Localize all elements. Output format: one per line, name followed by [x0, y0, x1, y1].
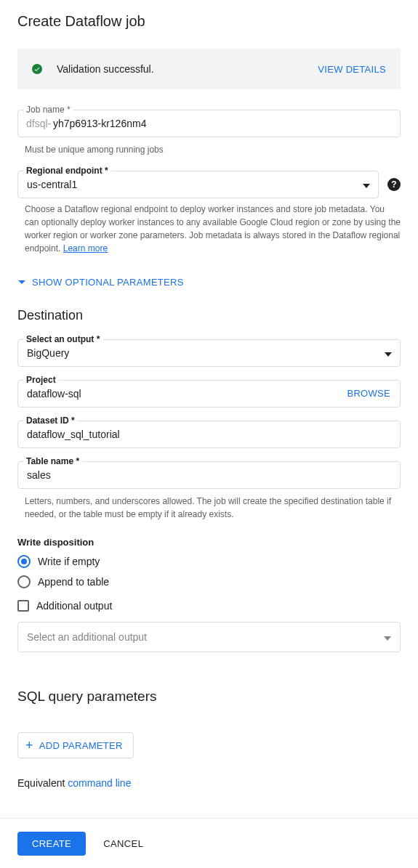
show-optional-toggle[interactable]: SHOW OPTIONAL PARAMETERS [17, 277, 401, 288]
radio-icon [17, 555, 31, 568]
endpoint-helper: Choose a Dataflow regional endpoint to d… [25, 203, 401, 255]
add-parameter-button[interactable]: + ADD PARAMETER [17, 732, 134, 758]
validation-banner: Validation successful. VIEW DETAILS [17, 49, 401, 89]
view-details-button[interactable]: VIEW DETAILS [318, 64, 386, 75]
jobname-helper: Must be unique among running jobs [25, 143, 401, 156]
cancel-button[interactable]: CANCEL [103, 838, 143, 849]
validation-message: Validation successful. [57, 63, 318, 75]
project-input[interactable] [17, 380, 401, 407]
project-field: Project BROWSE [17, 380, 401, 407]
check-icon [32, 64, 42, 74]
create-button[interactable]: CREATE [17, 832, 86, 856]
browse-button[interactable]: BROWSE [347, 388, 390, 399]
endpoint-label: Regional endpoint * [23, 166, 111, 176]
learn-more-link[interactable]: Learn more [63, 243, 108, 253]
dataset-field: Dataset ID * [17, 421, 401, 448]
radio-write-if-empty[interactable]: Write if empty [17, 555, 401, 568]
endpoint-field: Regional endpoint * us-central1 [17, 171, 379, 198]
write-disposition-label: Write disposition [17, 537, 401, 548]
radio-append[interactable]: Append to table [17, 575, 401, 588]
jobname-label: Job name * [23, 105, 73, 115]
checkbox-label: Additional output [36, 600, 112, 612]
additional-output-select[interactable]: Select an additional output [17, 622, 401, 652]
help-icon[interactable]: ? [387, 178, 401, 191]
chevron-down-icon [384, 631, 391, 643]
table-label: Table name * [23, 456, 82, 466]
radio-icon [17, 575, 31, 588]
plus-icon: + [25, 739, 33, 752]
radio-label: Append to table [38, 576, 109, 588]
additional-output-checkbox[interactable]: Additional output [17, 600, 401, 612]
radio-label: Write if empty [38, 556, 100, 567]
command-line-link[interactable]: command line [68, 777, 131, 789]
dataset-label: Dataset ID * [23, 415, 78, 426]
table-helper: Letters, numbers, and underscores allowe… [25, 495, 401, 521]
project-label: Project [23, 375, 59, 385]
footer: CREATE CANCEL [0, 818, 418, 868]
sql-params-title: SQL query parameters [17, 689, 401, 705]
page-title: Create Dataflow job [17, 13, 401, 30]
jobname-prefix: dfsql- [26, 118, 51, 129]
output-field: Select an output * BigQuery [17, 339, 401, 367]
chevron-down-icon [17, 280, 26, 285]
equivalent-row: Equivalent command line [17, 777, 401, 789]
table-field: Table name * [17, 461, 401, 489]
destination-title: Destination [17, 308, 401, 323]
output-label: Select an output * [23, 334, 103, 344]
jobname-input[interactable] [17, 110, 401, 137]
jobname-field: Job name * dfsql- [17, 110, 401, 137]
checkbox-icon [17, 600, 29, 612]
